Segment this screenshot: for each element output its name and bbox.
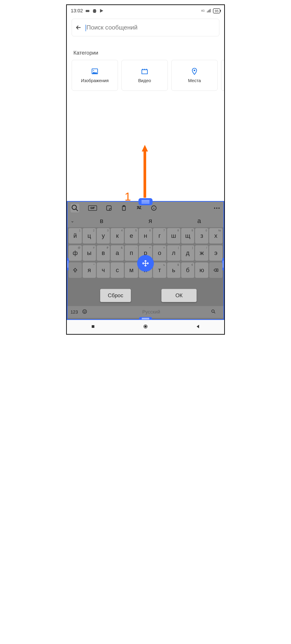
svg-rect-17 (92, 325, 94, 328)
suggestion[interactable]: а (175, 217, 223, 224)
key-row-1: й1ц2у3к4е5н6г7ш8щ9з0х№ (68, 227, 223, 244)
key-е[interactable]: е5 (125, 228, 138, 244)
back-button[interactable] (195, 324, 201, 330)
clock: 13:02 (71, 8, 83, 14)
network-indicator: 4G (201, 10, 205, 12)
move-handle-icon[interactable] (137, 255, 154, 272)
backspace-key[interactable] (209, 262, 222, 278)
svg-point-2 (93, 70, 94, 71)
key-д[interactable]: д) (181, 245, 194, 261)
resize-handle-top[interactable] (138, 198, 153, 205)
video-icon (141, 68, 148, 75)
category-label: Видео (138, 78, 151, 83)
gif-icon[interactable]: GIF (88, 206, 97, 211)
language-indicator[interactable]: Русский (92, 309, 211, 315)
categories-row: Изображения Видео Места (67, 60, 224, 91)
recent-apps-button[interactable] (90, 324, 96, 330)
suggestion[interactable]: я (126, 217, 175, 224)
image-icon (91, 68, 99, 75)
play-store-icon (99, 8, 104, 13)
search-bar[interactable]: Поиск сообщений (72, 19, 219, 36)
home-button[interactable] (143, 324, 148, 330)
suggestion[interactable]: в (77, 217, 126, 224)
category-video[interactable]: Видео (121, 60, 168, 91)
keyboard-indicator-icon (85, 8, 90, 13)
search-input[interactable]: Поиск сообщений (86, 24, 138, 31)
key-б[interactable]: б€ (181, 262, 194, 278)
translate-icon[interactable] (136, 205, 142, 211)
status-bar: 13:02 4G 95 (67, 5, 224, 16)
category-places[interactable]: Места (171, 60, 218, 91)
svg-point-16 (212, 310, 214, 312)
phone-frame: 13:02 4G 95 Поиск сообщений Категории Из… (66, 4, 225, 335)
info-icon[interactable] (151, 205, 157, 211)
category-label: Места (188, 78, 201, 83)
keyboard-bottom-row: 123 Русский (68, 306, 223, 318)
suggestions-bar: ⌄ в я а (68, 214, 223, 227)
svg-rect-0 (86, 10, 90, 12)
categories-heading: Категории (67, 38, 224, 60)
key-л[interactable]: л( (167, 245, 180, 261)
svg-point-3 (194, 70, 195, 71)
category-images[interactable]: Изображения (72, 60, 118, 91)
key-н[interactable]: н6 (139, 228, 152, 244)
svg-point-15 (85, 311, 86, 311)
svg-point-13 (83, 310, 87, 314)
emoji-key[interactable] (82, 309, 92, 315)
key-з[interactable]: з0 (195, 228, 208, 244)
svg-rect-9 (107, 206, 111, 210)
kb-search-key[interactable] (211, 309, 220, 315)
key-а[interactable]: а& (111, 245, 124, 261)
numeric-key[interactable]: 123 (71, 310, 82, 314)
key-у[interactable]: у3 (97, 228, 110, 244)
key-я[interactable]: я* (83, 262, 96, 278)
text-cursor (86, 25, 86, 31)
svg-point-19 (144, 326, 147, 328)
svg-point-14 (84, 311, 84, 311)
annotation-arrow-1 (142, 145, 148, 198)
close-suggestions-icon[interactable]: ⌄ (68, 218, 77, 224)
key-п[interactable]: п- (125, 245, 138, 261)
key-м[interactable]: м (125, 262, 138, 278)
kb-search-icon[interactable] (71, 204, 79, 212)
key-х[interactable]: х№ (209, 228, 222, 244)
reset-button[interactable]: Сброс (100, 289, 131, 302)
key-ь[interactable]: ь$ (167, 262, 180, 278)
resize-handle-bottom[interactable] (139, 317, 152, 320)
key-й[interactable]: й1 (69, 228, 82, 244)
key-к[interactable]: к4 (111, 228, 124, 244)
key-ю[interactable]: ю (195, 262, 208, 278)
key-ж[interactable]: ж/ (195, 245, 208, 261)
shift-key[interactable] (69, 262, 82, 278)
sticker-icon[interactable] (106, 205, 112, 211)
svg-point-8 (72, 205, 77, 210)
location-pin-icon (191, 68, 198, 75)
back-arrow-icon[interactable] (75, 24, 82, 30)
key-ы[interactable]: ы# (83, 245, 96, 261)
signal-icon (206, 8, 211, 13)
svg-marker-4 (142, 145, 148, 152)
key-ф[interactable]: ф@ (69, 245, 82, 261)
key-т[interactable]: тъ (153, 262, 166, 278)
key-щ[interactable]: щ9 (181, 228, 194, 244)
key-с[interactable]: с (111, 262, 124, 278)
clipboard-icon[interactable] (121, 205, 127, 211)
ok-button[interactable]: ОК (161, 289, 197, 302)
category-next-peek[interactable] (221, 60, 225, 91)
print-icon (92, 8, 97, 13)
key-г[interactable]: г7 (153, 228, 166, 244)
more-icon[interactable]: ••• (214, 206, 220, 211)
key-ш[interactable]: ш8 (167, 228, 180, 244)
key-о[interactable]: о= (153, 245, 166, 261)
battery-indicator: 95 (213, 8, 220, 14)
key-ц[interactable]: ц2 (83, 228, 96, 244)
keyboard-resize-overlay[interactable]: GIF ••• ⌄ в я а й1ц2у3к4е5н6г7ш8щ9з0х№ ф… (67, 201, 224, 320)
category-label: Изображения (81, 78, 109, 83)
android-navbar (67, 320, 224, 334)
key-в[interactable]: в₽ (97, 245, 110, 261)
key-э[interactable]: э (209, 245, 222, 261)
key-ч[interactable]: ч (97, 262, 110, 278)
